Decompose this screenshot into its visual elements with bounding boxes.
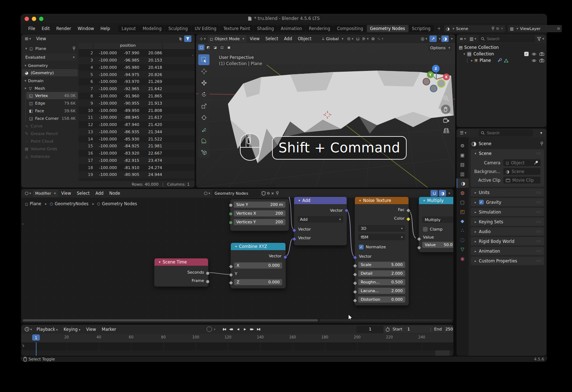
timeline-menu-view[interactable]: View <box>83 327 99 332</box>
snap-target-icon[interactable]: ⊪▾ <box>361 36 370 41</box>
node-tree-type-dropdown[interactable]: Modifier▾ <box>33 190 58 197</box>
combine-z-field[interactable]: Z0.000 <box>234 279 282 285</box>
object-row-plane[interactable]: │ ▸ ▼ Plane <box>457 57 546 64</box>
view-layer-selector[interactable]: ▥▾ ViewLayer ⧉ <box>508 25 562 32</box>
node-grid[interactable]: Size Y200 mVertices X200Vertices Y200 <box>230 199 289 231</box>
mesh-domain-edge[interactable]: ◫Edge79.6K <box>26 100 78 107</box>
editor-type-icon[interactable]: ⊞▾ <box>23 36 33 41</box>
properties-tab-collection[interactable]: ▢ <box>457 197 468 207</box>
zoom-view-icon[interactable] <box>441 94 451 103</box>
editor-type-icon[interactable]: ⬡▾ <box>23 191 33 196</box>
noise-field-detail[interactable]: Detail2.000 <box>358 270 405 277</box>
minimize-window-button[interactable] <box>32 17 36 21</box>
breadcrumb-object[interactable]: ◻Plane <box>25 201 41 206</box>
table-row[interactable]: 14-100.000-85.93021.522 <box>79 135 195 143</box>
chevron-down-icon[interactable]: ▾ <box>463 52 465 56</box>
scene-selector[interactable]: ◑▾ Scene ⧉ ✕ <box>444 25 505 32</box>
spreadsheet-table[interactable]: position 2-100.000-97.99020.0863-100.000… <box>79 43 195 181</box>
chevron-left-icon[interactable]: ‹ <box>192 53 194 57</box>
table-row[interactable]: 16-100.000-83.92022.667 <box>79 150 195 157</box>
tool-measure[interactable] <box>198 135 209 146</box>
show-gizmo-icon[interactable]: ↗ <box>429 35 437 42</box>
search-input[interactable] <box>486 36 533 41</box>
tab-modeling[interactable]: Modeling <box>139 25 165 32</box>
tab-uv-editing[interactable]: UV Editing <box>191 25 220 32</box>
grid-field-vertices-x[interactable]: Vertices X200 <box>234 210 285 216</box>
camera-field[interactable]: ◻ Object <box>503 159 541 166</box>
modifier-wrench-icon[interactable] <box>497 58 502 63</box>
region-toggle-arrow[interactable]: › <box>22 222 24 226</box>
pan-view-icon[interactable] <box>441 105 450 114</box>
domain-instances[interactable]: ◬Instances <box>22 153 78 160</box>
domain-section[interactable]: ▾Domain <box>21 77 79 84</box>
pin-icon[interactable] <box>276 191 279 195</box>
viewport-menu-object[interactable]: Object <box>295 36 314 41</box>
select-extend-mode[interactable]: ◩ <box>205 45 211 50</box>
geometry-nodes-icon[interactable] <box>504 59 508 63</box>
mesh-domain-face-corner[interactable]: ◲Face Corner158.4K <box>26 115 78 122</box>
transform-orientation-dropdown[interactable]: ⟂ Global▾ <box>320 35 346 42</box>
outliner-search[interactable] <box>479 35 535 42</box>
options-ca.ret-icon[interactable]: ▾ <box>538 130 545 135</box>
tab-geometry-nodes[interactable]: Geometry Nodes <box>367 25 408 32</box>
show-overlays-icon[interactable]: ◑ <box>441 35 449 42</box>
next-keyframe-button[interactable]: ◆▶ <box>248 326 255 332</box>
background-scene-field[interactable]: ◑ Scene <box>503 168 541 175</box>
chevron-down-icon[interactable]: ▾ <box>475 152 476 155</box>
region-toggle-arrow[interactable]: › <box>22 342 24 346</box>
select-intersect-mode[interactable]: ▣ <box>226 45 232 50</box>
properties-tab-output[interactable]: ▤ <box>457 160 468 169</box>
toggle-perspective-icon[interactable] <box>441 126 451 135</box>
tab-layout[interactable]: Layout <box>118 25 139 32</box>
drag-dots-icon[interactable]: ∷∷ <box>537 201 541 204</box>
select-invert-mode[interactable]: ◫ <box>219 45 225 50</box>
stopwatch-icon[interactable] <box>386 327 390 332</box>
selected-only-icon[interactable] <box>178 37 183 41</box>
current-frame-field[interactable]: 1 <box>356 326 384 333</box>
noise-field-scale[interactable]: Scale5.000 <box>358 262 405 268</box>
pivot-point-icon[interactable]: ⊙▾ <box>346 36 355 41</box>
spreadsheet-object-row[interactable]: ▾ ◻ Plane <box>22 45 78 52</box>
search-input[interactable] <box>486 130 531 135</box>
timeline-ruler[interactable]: 20406080100120140160180200220240 1 <box>21 334 453 342</box>
tool-cursor[interactable] <box>198 66 209 77</box>
properties-search[interactable] <box>479 129 533 136</box>
properties-tab-world[interactable]: ◍ <box>457 188 468 197</box>
vector-math-operation-dropdown[interactable]: Add▾ <box>297 216 343 223</box>
table-row[interactable]: 17-100.000-82.91523.474 <box>79 157 195 164</box>
grid-field-vertices-y[interactable]: Vertices Y200 <box>234 219 285 225</box>
multiply-value-field[interactable]: Value50.0 <box>422 242 453 248</box>
add-workspace-button[interactable]: + <box>434 25 444 33</box>
pin-icon[interactable] <box>72 46 76 51</box>
tool-select-box[interactable] <box>198 54 209 65</box>
evaluation-state-dropdown[interactable]: Evaluated▾ <box>23 54 77 61</box>
socket-seconds-out[interactable] <box>206 271 209 275</box>
gizmo-y-axis[interactable]: Y <box>427 71 434 78</box>
node-tree-name-field[interactable]: Geometry Nodes <box>212 190 260 197</box>
menu-file[interactable]: File <box>25 25 38 33</box>
clamp-checkbox[interactable] <box>423 227 428 232</box>
noise-type-dropdown[interactable]: fBM▾ <box>358 234 405 240</box>
pin-icon[interactable] <box>540 142 543 146</box>
timeline-tracks[interactable]: › <box>21 342 453 356</box>
previous-keyframe-button[interactable]: ◀◆ <box>228 326 234 332</box>
properties-tab-object-data[interactable]: ▽ <box>457 244 468 254</box>
jump-to-end-button[interactable]: ▶▮ <box>255 326 262 332</box>
hide-eye-icon[interactable] <box>531 59 537 62</box>
panel-animation[interactable]: ▸Animation∷∷ <box>471 247 544 255</box>
fake-user-shield-icon[interactable] <box>262 191 266 195</box>
close-icon[interactable]: ✕ <box>501 27 504 30</box>
timeline-menu-playback[interactable]: Playback▾ <box>34 327 61 332</box>
table-row[interactable]: 18-100.000-81.91024.274 <box>79 164 195 171</box>
table-row[interactable]: 5-100.000-94.97520.826 <box>79 71 195 78</box>
node-tree-icon[interactable]: ⬡▾ <box>203 191 211 196</box>
socket-vertices-y[interactable] <box>229 221 233 224</box>
node-combine-xyz[interactable]: ▾Combine XYZ Vector X0.000 Y Z0.000 <box>230 243 286 288</box>
editor-type-icon[interactable]: ▾ <box>23 327 33 332</box>
drag-dots-icon[interactable]: ∷∷ <box>537 259 541 263</box>
noise-field-distortion[interactable]: Distortion0.000 <box>358 296 405 303</box>
copy-icon[interactable]: ⧉ <box>267 191 270 195</box>
properties-tab-object[interactable]: ◰ <box>457 207 468 216</box>
horizontal-scrollbar[interactable] <box>23 319 318 321</box>
start-frame-field[interactable]: Start1 <box>393 327 427 332</box>
